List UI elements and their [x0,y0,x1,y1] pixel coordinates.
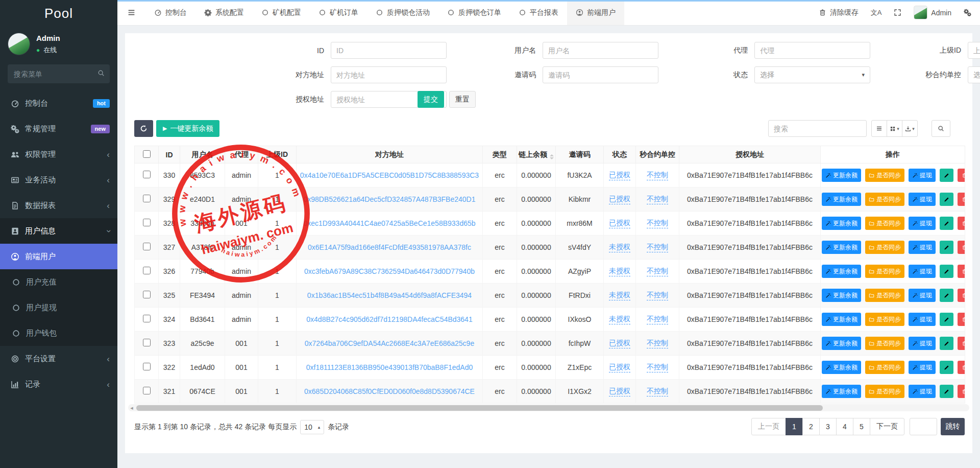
sidebar-item-reports[interactable]: 数据报表 ‹ [0,193,117,218]
contract-control-editable[interactable]: 不控制 [647,171,668,180]
withdraw-button[interactable]: 提现 [909,337,936,350]
address-link[interactable]: 0xc3febA679A89C38C7362594Da646473d0D7794… [304,267,475,275]
status-editable[interactable]: 已授权 [609,339,630,348]
id-field[interactable] [331,42,447,59]
common-search-toggle-button[interactable] [871,120,887,137]
row-checkbox[interactable] [143,267,151,274]
edit-button[interactable] [940,385,953,398]
sync-button[interactable]: 是否同步 [865,169,904,182]
sidebar-menu-search-input[interactable] [8,64,110,83]
delete-button[interactable] [958,241,965,254]
jump-button[interactable]: 跳转 [941,418,965,435]
page-button-3[interactable]: 3 [819,418,837,435]
prev-page-button[interactable]: 上一页 [751,418,786,435]
update-balance-button[interactable]: 更新余额 [822,193,861,206]
address-link[interactable]: 0x6E14A75f9ad166e8f4FcDfdE493581978AA378… [308,243,471,251]
delete-button[interactable] [958,337,965,350]
address-link[interactable]: 0x7264ba706C9efDA54Ac2668E4c3A7eE686a25c… [305,339,474,347]
update-balance-button[interactable]: 更新余额 [822,217,861,230]
withdraw-button[interactable]: 提现 [909,313,936,326]
edit-button[interactable] [940,193,953,206]
edit-button[interactable] [940,265,953,278]
sidebar-item-dashboard[interactable]: 控制台 hot [0,90,117,116]
withdraw-button[interactable]: 提现 [909,217,936,230]
next-page-button[interactable]: 下一页 [870,418,904,435]
row-checkbox[interactable] [143,339,151,346]
sync-button[interactable]: 是否同步 [865,193,904,206]
status-editable[interactable]: 已授权 [609,195,630,204]
avatar[interactable] [8,33,30,55]
contract-control-editable[interactable]: 不控制 [647,267,668,276]
delete-button[interactable] [958,361,965,374]
invite-code-field[interactable] [543,66,658,83]
contract-control-editable[interactable]: 不控制 [647,315,668,324]
status-editable[interactable]: 未授权 [609,291,630,300]
page-size-select[interactable]: 10▴ [300,420,324,434]
update-balance-button[interactable]: 更新余额 [822,241,861,254]
withdraw-button[interactable]: 提现 [909,265,936,278]
address-link[interactable]: 0x4a10e70E6a1DF5A5CEBC0d05B1D75C8B388593… [300,171,479,179]
address-link[interactable]: 0x1b36ac1B54ec51b4f8B49a454d6f9a8fACFE34… [307,291,472,299]
row-checkbox[interactable] [143,387,151,394]
sidebar-item-platform-settings[interactable]: 平台设置 ‹ [0,346,117,371]
table-search-input[interactable] [768,120,867,137]
page-button-5[interactable]: 5 [853,418,870,435]
jump-page-input[interactable] [910,418,937,435]
status-editable[interactable]: 已授权 [609,219,630,228]
sync-button[interactable]: 是否同步 [865,337,904,350]
update-balance-button[interactable]: 更新余额 [822,385,861,398]
translate-icon[interactable]: 文A [871,8,882,17]
sidebar-item-permissions[interactable]: 权限管理 ‹ [0,142,117,167]
sidebar-item-records[interactable]: 记录 ‹ [0,371,117,397]
row-checkbox[interactable] [143,195,151,202]
status-editable[interactable]: 未授权 [609,267,630,276]
submit-button[interactable]: 提交 [418,91,444,108]
withdraw-button[interactable]: 提现 [909,361,936,374]
update-balance-button[interactable]: 更新余额 [822,289,861,302]
sidebar-item-user-info[interactable]: 用户信息 ‹ [0,218,117,244]
address-field[interactable] [331,66,447,83]
update-balance-button[interactable]: 更新余额 [822,337,861,350]
refresh-button[interactable] [134,120,153,137]
row-checkbox[interactable] [143,291,151,298]
hamburger-menu-icon[interactable] [117,8,145,17]
delete-button[interactable] [958,313,965,326]
sync-button[interactable]: 是否同步 [865,265,904,278]
bulk-update-balance-button[interactable]: ▶一键更新余额 [156,120,219,137]
edit-button[interactable] [940,289,953,302]
sidebar-item-user-recharge[interactable]: 用户充值 [0,269,117,295]
parent-id-field[interactable] [968,42,980,59]
address-link[interactable]: 0x98DB526621a64Dec5cfD324857A487B3FBe240… [303,195,475,203]
page-button-1[interactable]: 1 [786,418,803,435]
delete-button[interactable] [958,169,965,182]
export-button[interactable]: ▾ [902,120,918,137]
delete-button[interactable] [958,193,965,206]
fullscreen-icon[interactable] [894,9,901,16]
sidebar-item-business[interactable]: 业务活动 ‹ [0,167,117,193]
contract-control-editable[interactable]: 不控制 [647,219,668,228]
edit-button[interactable] [940,337,953,350]
search-toggle-button[interactable] [932,120,950,137]
status-editable[interactable]: 已授权 [609,387,630,396]
update-balance-button[interactable]: 更新余额 [822,265,861,278]
sync-button[interactable]: 是否同步 [865,361,904,374]
row-checkbox[interactable] [143,243,151,250]
sidebar-item-general[interactable]: 常规管理 new [0,116,117,142]
edit-button[interactable] [940,169,953,182]
tab-miner-orders[interactable]: 矿机订单 [310,0,367,25]
withdraw-button[interactable]: 提现 [909,241,936,254]
address-link[interactable]: 0xec1D993A40441C4ae07425a5BeCe1e58B933d6… [303,219,475,227]
tab-dashboard[interactable]: 控制台 [145,0,195,25]
edit-button[interactable] [940,361,953,374]
sync-button[interactable]: 是否同步 [865,289,904,302]
columns-button[interactable]: ▾ [887,120,902,137]
agent-field[interactable] [754,42,870,59]
withdraw-button[interactable]: 提现 [909,169,936,182]
row-checkbox[interactable] [143,171,151,178]
contract-control-editable[interactable]: 不控制 [647,387,668,396]
reset-button[interactable]: 重置 [449,91,476,108]
contract-control-select[interactable]: 选择▾ [968,66,980,83]
row-checkbox[interactable] [143,315,151,322]
scroll-left-arrow-icon[interactable]: ◂ [128,405,135,411]
withdraw-button[interactable]: 提现 [909,385,936,398]
